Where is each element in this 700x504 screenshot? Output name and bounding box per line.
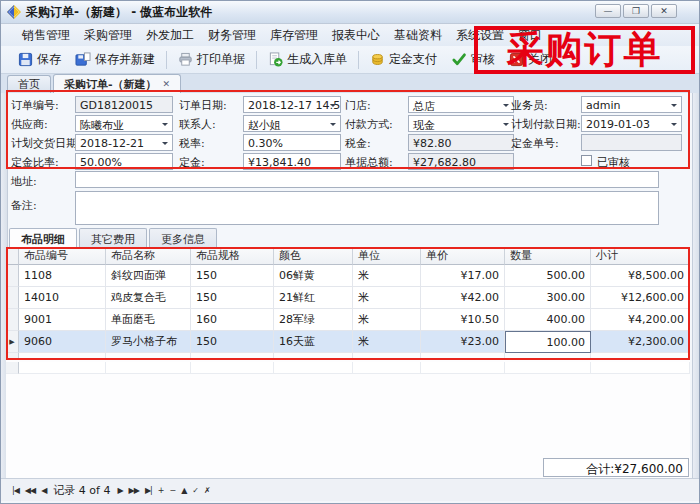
form-field-r1c0[interactable]: 陈曦布业	[75, 115, 173, 132]
grid-cell-r2c6[interactable]: 400.00	[505, 309, 591, 331]
nav-cancel-button[interactable]: ✗	[201, 484, 213, 497]
grid-cell-r3c4[interactable]: 米	[353, 331, 421, 353]
menu-item-2[interactable]: 外发加工	[139, 25, 201, 46]
form-field-r2c0[interactable]: 2018-12-21	[75, 134, 173, 151]
grid-cell-r2c0[interactable]: 9001	[19, 309, 106, 331]
nav-prev-button[interactable]: ◀	[38, 484, 49, 497]
grid-cell-r1c7[interactable]: ¥12,600.00	[591, 287, 690, 309]
grid-header-6[interactable]: 数量	[505, 247, 591, 265]
maximize-button[interactable]: ❐	[623, 4, 649, 18]
grid-cell-r0c6[interactable]: 500.00	[505, 265, 591, 287]
grid-header-3[interactable]: 颜色	[274, 247, 353, 265]
menu-item-3[interactable]: 财务管理	[201, 25, 263, 46]
nav-first-button[interactable]: |◀	[9, 484, 22, 497]
toolbar-button-1[interactable]: 保存并新建	[68, 48, 162, 71]
grid-empty-cell	[191, 353, 274, 360]
grid-cell-r2c3[interactable]: 28军绿	[274, 309, 353, 331]
toolbar-button-2[interactable]: 打印单据	[171, 48, 252, 71]
form-field-r0c0[interactable]: GD18120015	[75, 96, 173, 113]
toolbar-separator	[256, 51, 257, 69]
grid-cell-r1c2[interactable]: 150	[191, 287, 274, 309]
grid-cell-r1c4[interactable]: 米	[353, 287, 421, 309]
form-field-r2c3[interactable]	[581, 134, 682, 151]
grid-cell-r3c0[interactable]: 9060	[19, 331, 106, 353]
grid-row-3[interactable]: ▶9060罗马小格子布15016天蓝米¥23.00100.00¥2,300.00	[6, 331, 690, 353]
menu-item-0[interactable]: 销售管理	[15, 25, 77, 46]
grid-header-0[interactable]: 布品编号	[19, 247, 106, 265]
form-field-r0c1[interactable]: 2018-12-17 14:53:03	[243, 96, 341, 113]
grid-header-5[interactable]: 单价	[421, 247, 505, 265]
grid-cell-r3c6[interactable]: 100.00	[505, 331, 591, 353]
grid-cell-r0c1[interactable]: 斜纹四面弹	[106, 265, 191, 287]
grid-cell-r2c7[interactable]: ¥4,200.00	[591, 309, 690, 331]
form-label-r2c2: 税金:	[345, 136, 371, 151]
close-window-button[interactable]: ✕	[651, 4, 677, 18]
form-field-r3c2[interactable]: ¥27,682.80	[408, 153, 514, 170]
form-field-r3c1[interactable]: ¥13,841.40	[243, 153, 341, 170]
grid-cell-r3c7[interactable]: ¥2,300.00	[591, 331, 690, 353]
form-field-r0c2[interactable]: 总店	[408, 96, 514, 113]
grid-cell-r0c2[interactable]: 150	[191, 265, 274, 287]
form-field-r1c1[interactable]: 赵小姐	[243, 115, 341, 132]
grid-header-1[interactable]: 布品名称	[106, 247, 191, 265]
nav-prev-page-button[interactable]: ◀◀	[22, 484, 38, 497]
address-input[interactable]	[75, 171, 659, 188]
deposit-pay-icon	[370, 52, 385, 67]
grid-cell-r3c3[interactable]: 16天蓝	[274, 331, 353, 353]
form-field-r2c2[interactable]: ¥82.80	[408, 134, 514, 151]
grid-cell-r0c4[interactable]: 米	[353, 265, 421, 287]
grid-cell-r2c1[interactable]: 单面磨毛	[106, 309, 191, 331]
generate-stockin-icon	[268, 52, 283, 67]
form-field-r1c2[interactable]: 现金	[408, 115, 514, 132]
form-field-r0c3[interactable]: admin	[581, 96, 682, 113]
grid-header-7[interactable]: 小计	[591, 247, 690, 265]
page-tab-0[interactable]: 首页	[7, 75, 51, 93]
grid-cell-r0c0[interactable]: 1108	[19, 265, 106, 287]
grid-cell-r1c1[interactable]: 鸡皮复合毛	[106, 287, 191, 309]
grid-cell-r1c6[interactable]: 300.00	[505, 287, 591, 309]
grid-cell-r2c5[interactable]: ¥10.50	[421, 309, 505, 331]
grid-cell-r1c3[interactable]: 21鲜红	[274, 287, 353, 309]
grid-cell-r0c3[interactable]: 06鲜黄	[274, 265, 353, 287]
form-field-r2c1[interactable]: 0.30%	[243, 134, 341, 151]
grid-row-1[interactable]: 14010鸡皮复合毛15021鲜红米¥42.00300.00¥12,600.00	[6, 287, 690, 309]
grid-row-0[interactable]: 1108斜纹四面弹15006鲜黄米¥17.00500.00¥8,500.00	[6, 265, 690, 287]
grid-cell-r3c1[interactable]: 罗马小格子布	[106, 331, 191, 353]
page-tab-1[interactable]: 采购订单-（新建）✕	[53, 74, 181, 93]
grid-cell-r2c4[interactable]: 米	[353, 309, 421, 331]
menu-item-6[interactable]: 基础资料	[387, 25, 449, 46]
grid-cell-r1c5[interactable]: ¥42.00	[421, 287, 505, 309]
grid-row-indicator	[6, 309, 19, 331]
toolbar-button-4[interactable]: 定金支付	[363, 48, 444, 71]
grid-cell-r3c5[interactable]: ¥23.00	[421, 331, 505, 353]
grid-cell-r0c5[interactable]: ¥17.00	[421, 265, 505, 287]
approved-checkbox[interactable]	[581, 155, 592, 166]
form-field-r3c0[interactable]: 50.00%	[75, 153, 173, 170]
menu-item-1[interactable]: 采购管理	[77, 25, 139, 46]
toolbar-button-0[interactable]: 保存	[11, 48, 68, 71]
grid-header-4[interactable]: 单位	[353, 247, 421, 265]
nav-delete-button[interactable]: −	[166, 484, 178, 497]
toolbar-button-3[interactable]: 生成入库单	[261, 48, 354, 71]
toolbar-button-label: 定金支付	[389, 51, 437, 68]
nav-next-page-button[interactable]: ▶▶	[126, 484, 142, 497]
grid-cell-r1c0[interactable]: 14010	[19, 287, 106, 309]
nav-add-button[interactable]: +	[155, 484, 167, 497]
menu-item-5[interactable]: 报表中心	[325, 25, 387, 46]
grid-header-2[interactable]: 布品规格	[191, 247, 274, 265]
form-field-r1c3[interactable]: 2019-01-03	[581, 115, 682, 132]
nav-last-button[interactable]: ▶|	[142, 484, 155, 497]
grid-cell-r0c7[interactable]: ¥8,500.00	[591, 265, 690, 287]
grid-empty-cell	[505, 353, 591, 360]
grid-row-2[interactable]: 9001单面磨毛16028军绿米¥10.50400.00¥4,200.00	[6, 309, 690, 331]
nav-edit-button[interactable]: ▲	[178, 484, 189, 497]
menu-item-4[interactable]: 库存管理	[263, 25, 325, 46]
remark-textarea[interactable]	[75, 191, 659, 225]
grid-new-row[interactable]	[6, 362, 690, 374]
minimize-button[interactable]: —	[595, 4, 621, 18]
nav-next-button[interactable]: ▶	[114, 484, 125, 497]
grid-cell-r3c2[interactable]: 150	[191, 331, 274, 353]
nav-post-button[interactable]: ✓	[189, 484, 201, 497]
grid-cell-r2c2[interactable]: 160	[191, 309, 274, 331]
tab-close-icon[interactable]: ✕	[163, 79, 171, 89]
